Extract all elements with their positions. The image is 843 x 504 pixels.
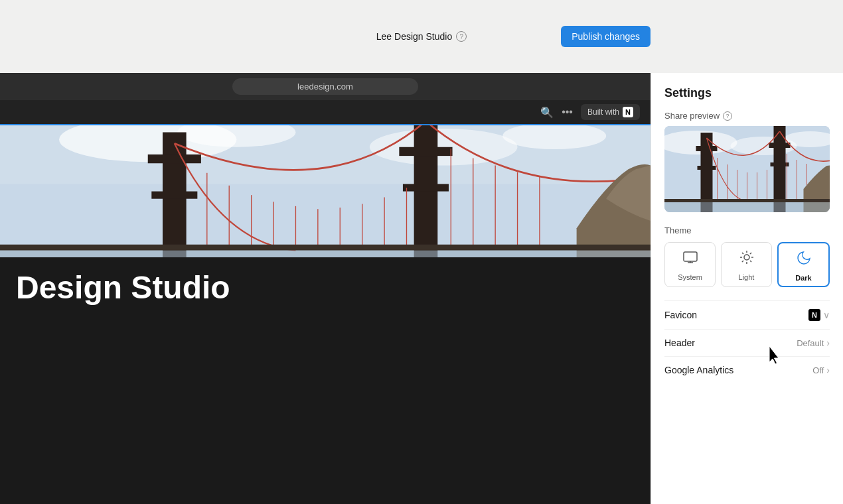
settings-title: Settings [664,86,830,100]
svg-rect-48 [664,199,830,202]
site-name-area: Lee Design Studio ? [376,31,467,42]
favicon-label: Favicon [664,310,697,320]
favicon-icon: N [808,309,820,321]
theme-option-light[interactable]: Light [721,242,772,287]
analytics-chevron-icon: › [826,365,830,375]
header-row: Header Default › [664,329,830,356]
share-preview-label: Share preview ? [664,111,830,121]
header-value[interactable]: Default › [797,338,830,348]
search-icon[interactable]: 🔍 [540,106,554,119]
light-theme-icon [739,249,755,269]
header-label: Header [664,338,695,348]
theme-options: System Light [664,242,830,287]
svg-line-61 [749,253,751,254]
svg-rect-10 [399,147,452,156]
svg-point-53 [744,255,749,260]
system-theme-label: System [678,273,702,281]
top-bar: Lee Design Studio ? Publish changes [0,0,843,73]
system-theme-icon [682,249,698,269]
theme-section-label: Theme [664,225,830,235]
settings-panel: Settings Share preview ? [651,73,843,504]
svg-rect-38 [771,162,789,166]
svg-rect-50 [684,252,697,261]
hero-area: Design Studio [0,257,651,504]
svg-point-5 [502,123,606,149]
browser-chrome: leedesign.com 🔍 ••• Built with N [0,73,651,125]
share-preview-image [664,126,830,212]
site-name: Lee Design Studio [376,31,452,42]
svg-line-60 [741,261,743,262]
notion-logo: N [623,107,633,117]
svg-rect-11 [403,184,449,191]
built-with-label: Built with [587,107,619,117]
svg-rect-35 [698,166,716,170]
light-theme-label: Light [739,273,755,281]
svg-line-59 [749,261,751,262]
hero-title: Design Studio [16,271,230,306]
main-area: leedesign.com 🔍 ••• Built with N [0,73,843,504]
info-icon[interactable]: ? [456,31,467,42]
favicon-chevron-icon: ∨ [823,310,830,320]
more-icon[interactable]: ••• [562,106,573,118]
theme-option-system[interactable]: System [664,242,716,287]
svg-rect-37 [769,143,791,148]
svg-line-58 [741,253,743,254]
svg-rect-34 [696,146,718,151]
address-bar: leedesign.com [0,73,651,100]
preview-pane: leedesign.com 🔍 ••• Built with N [0,73,651,504]
svg-rect-49 [664,202,830,212]
favicon-row: Favicon N ∨ [664,300,830,329]
dark-theme-label: Dark [795,274,811,282]
svg-rect-8 [151,192,197,199]
theme-option-dark[interactable]: Dark [777,242,830,287]
share-preview-info-icon[interactable]: ? [723,111,732,121]
svg-rect-28 [0,251,651,257]
bridge-image [0,118,651,257]
publish-button[interactable]: Publish changes [561,26,651,47]
built-with-badge: Built with N [581,104,640,120]
analytics-row: Google Analytics Off › [664,356,830,383]
dark-theme-icon [796,250,812,270]
header-chevron-icon: › [826,338,830,348]
address-input[interactable]: leedesign.com [232,78,418,95]
svg-rect-7 [148,155,201,163]
analytics-label: Google Analytics [664,365,733,375]
browser-toolbar: 🔍 ••• Built with N [0,100,651,125]
analytics-value[interactable]: Off › [812,365,830,375]
favicon-value[interactable]: N ∨ [808,309,830,321]
svg-rect-27 [0,245,651,251]
